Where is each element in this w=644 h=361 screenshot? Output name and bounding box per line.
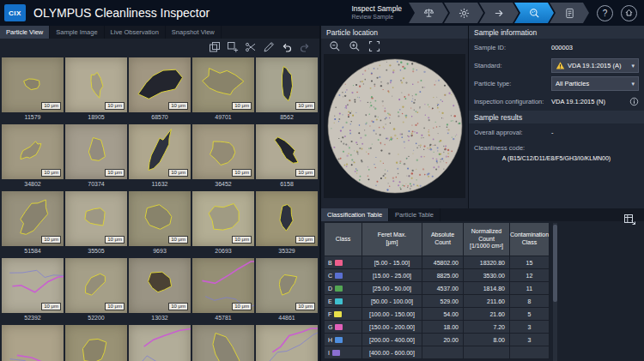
particle-thumbnail[interactable]: 10 μm34802	[2, 124, 64, 190]
tab-particle-view[interactable]: Particle View	[0, 26, 50, 39]
column-header[interactable]: Class	[325, 223, 362, 256]
arrow-icon	[494, 8, 505, 19]
fit-view-icon[interactable]	[368, 40, 380, 52]
particle-thumbnail[interactable]: 10 μm	[256, 325, 318, 361]
table-row[interactable]: B[5.00 - 15.00]45802.0018320.8015	[325, 256, 550, 269]
standard-dropdown[interactable]: VDA 19.1:2015 (A) ▾	[551, 58, 639, 73]
particle-thumbnail[interactable]: 10 μm49701	[192, 57, 254, 123]
chevron-down-icon: ▾	[631, 81, 635, 87]
tab-sample-image[interactable]: Sample Image	[50, 26, 104, 39]
particle-thumbnail[interactable]: 10 μm35329	[256, 191, 318, 256]
column-header[interactable]: Feret Max. [μm]	[362, 223, 422, 256]
particle-thumbnail[interactable]: 10 μm20693	[192, 191, 254, 256]
particle-thumbnail[interactable]: 10 μm70374	[65, 124, 127, 190]
column-header[interactable]: Absolute Count	[422, 223, 464, 256]
sample-id-value: 000003	[551, 44, 573, 51]
workflow-step-acquire[interactable]	[479, 3, 519, 23]
particle-image: 10 μm	[256, 325, 318, 361]
scale-bar-label: 10 μm	[168, 236, 188, 244]
particle-thumbnail[interactable]: 10 μm11579	[2, 57, 64, 123]
redo-icon[interactable]	[299, 41, 311, 53]
table-row[interactable]: G[150.00 - 200.00]18.007.203	[325, 321, 550, 334]
particle-thumbnail[interactable]: 10 μm36452	[192, 124, 254, 190]
contamination-class: 3	[510, 334, 550, 346]
normalized-count	[464, 346, 510, 359]
particle-id: 11579	[2, 112, 64, 123]
particle-thumbnail[interactable]: 10 μm35505	[65, 191, 127, 256]
zoom-out-icon[interactable]	[329, 40, 341, 52]
table-row[interactable]: D[25.00 - 50.00]4537.001814.8011	[325, 282, 550, 295]
cut-icon[interactable]	[245, 41, 257, 53]
workflow-step-settings[interactable]	[444, 3, 483, 23]
tab-snapshot-view[interactable]: Snapshot View	[166, 26, 222, 39]
class-letter: H	[328, 337, 332, 343]
tab-live-observation[interactable]: Live Observation	[105, 26, 166, 39]
table-row[interactable]: H[200.00 - 400.00]20.008.003	[325, 334, 550, 346]
table-row[interactable]: E[50.00 - 100.00]529.00211.608	[325, 295, 550, 308]
table-row[interactable]: F[100.00 - 150.00]54.0021.605	[325, 308, 550, 321]
scale-bar-label: 10 μm	[168, 102, 188, 110]
particle-thumbnail[interactable]: 10 μm45781	[192, 258, 254, 323]
top-bar: CIX OLYMPUS Cleanliness Inspector Inspec…	[0, 0, 644, 26]
particle-thumbnail[interactable]: 10 μm44861	[256, 258, 318, 323]
scale-bar-label: 10 μm	[295, 102, 315, 110]
table-scrollbar[interactable]	[553, 223, 557, 361]
particle-id: 70374	[65, 179, 127, 190]
gallery-icon[interactable]	[209, 41, 221, 53]
field-sample-id: Sample ID: 000003	[469, 39, 644, 57]
particle-thumbnail[interactable]: 10 μm	[65, 325, 127, 361]
particle-type-dropdown[interactable]: All Particles ▾	[551, 76, 639, 91]
particle-thumbnail[interactable]: 10 μm52200	[65, 258, 127, 323]
particle-thumbnail[interactable]: 10 μm11632	[129, 124, 191, 190]
class-color-chip	[335, 286, 343, 292]
gallery-add-icon[interactable]	[227, 41, 239, 53]
tab-classification-table[interactable]: Classification Table	[321, 208, 389, 221]
home-icon	[624, 8, 634, 19]
table-scrollbar-thumb[interactable]	[553, 225, 557, 302]
scale-bar-label: 10 μm	[41, 236, 61, 244]
workflow-step-review[interactable]	[514, 3, 554, 23]
info-icon[interactable]	[629, 97, 639, 106]
field-particle-type: Particle type: All Particles ▾	[469, 75, 644, 93]
particle-location-panel: Particle location	[321, 26, 468, 208]
draw-icon[interactable]	[263, 41, 275, 53]
particle-thumbnail[interactable]: 10 μm9693	[129, 191, 191, 256]
table-row[interactable]: C[15.00 - 25.00]8825.003530.0012	[325, 269, 550, 282]
feret-range: [150.00 - 200.00]	[362, 321, 422, 334]
particle-image: 10 μm	[65, 124, 127, 179]
particle-id: 8562	[256, 112, 318, 123]
field-overall-approval: Overall approval: -	[469, 123, 644, 141]
undo-icon[interactable]	[281, 41, 293, 53]
cleanliness-code-value: A (B15/C12/D11/E8/F5/GH3/I0/KLMN00)	[469, 155, 644, 161]
particle-thumbnail[interactable]: 10 μm	[2, 325, 64, 361]
zoom-in-icon[interactable]	[349, 40, 361, 52]
sample-information-panel: Sample information Sample ID: 000003 Sta…	[469, 26, 644, 208]
particle-thumbnail[interactable]: 10 μm68570	[129, 57, 191, 123]
sample-membrane-image[interactable]	[325, 57, 465, 196]
tab-particle-table[interactable]: Particle Table	[389, 208, 440, 221]
class-letter: C	[328, 273, 332, 279]
particle-thumbnail[interactable]: 10 μm	[129, 325, 191, 361]
particle-thumbnail[interactable]: 10 μm52392	[2, 258, 64, 323]
column-header[interactable]: Normalized Count [1/1000 cm²]	[464, 223, 510, 256]
particle-thumbnail[interactable]: 10 μm18905	[65, 57, 127, 123]
particle-thumbnail[interactable]: 10 μm	[192, 325, 254, 361]
column-header[interactable]: Contamination Class	[510, 223, 550, 256]
particle-image: 10 μm	[256, 191, 318, 246]
class-letter: F	[328, 311, 331, 317]
particle-id: 35505	[65, 246, 127, 256]
export-table-button[interactable]	[623, 213, 636, 226]
report-icon	[564, 8, 575, 19]
particle-thumbnail[interactable]: 10 μm8562	[256, 57, 318, 123]
workflow-step-report[interactable]	[550, 3, 589, 23]
help-button[interactable]: ?	[597, 5, 613, 21]
class-color-chip	[335, 337, 343, 343]
particle-thumbnail[interactable]: 10 μm13032	[129, 258, 191, 323]
table-row[interactable]: I[400.00 - 600.00]	[325, 346, 550, 359]
workflow-step-prepare[interactable]	[409, 3, 448, 23]
particle-image: 10 μm	[256, 57, 318, 112]
particle-thumbnail[interactable]: 10 μm6158	[256, 124, 318, 190]
home-button[interactable]	[621, 5, 637, 21]
app-title: OLYMPUS Cleanliness Inspector	[33, 6, 210, 20]
particle-thumbnail[interactable]: 10 μm51584	[2, 191, 64, 256]
